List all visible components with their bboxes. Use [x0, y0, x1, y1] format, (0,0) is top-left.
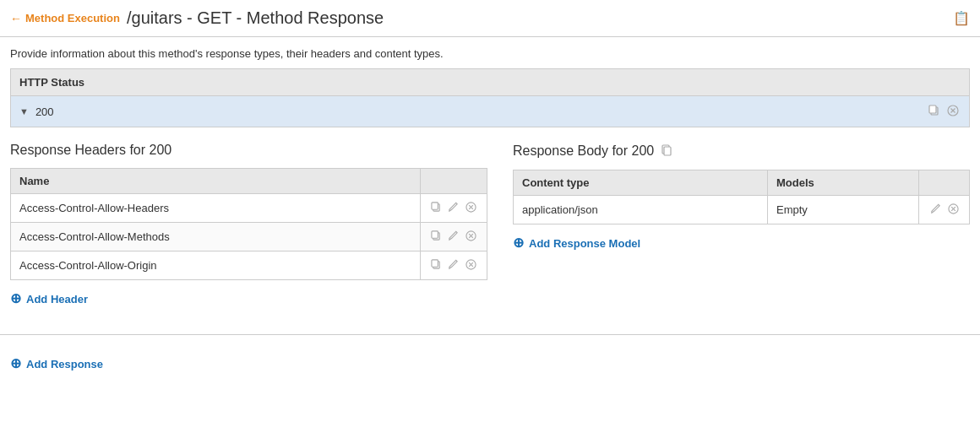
- response-body-doc-button[interactable]: [659, 143, 674, 160]
- add-response-model-link[interactable]: ⊕ Add Response Model: [513, 233, 970, 253]
- svg-rect-21: [664, 147, 671, 155]
- header-2-edit-button[interactable]: [446, 229, 460, 245]
- svg-rect-16: [432, 260, 438, 267]
- doc-icon: 📋: [953, 10, 970, 26]
- add-header-label: Add Header: [26, 293, 88, 306]
- add-response-link[interactable]: ⊕ Add Response: [10, 354, 970, 374]
- header-2-actions: [420, 223, 487, 251]
- header-1-delete-button[interactable]: [464, 200, 478, 216]
- response-body-title-text: Response Body for 200: [513, 143, 654, 159]
- description-text: Provide information about this method's …: [0, 37, 980, 68]
- models-column-header: Models: [767, 170, 918, 196]
- svg-rect-11: [432, 231, 438, 238]
- body-actions-col-header: [919, 170, 970, 196]
- chevron-down-icon: ▼: [19, 106, 29, 116]
- header-name-3: Access-Control-Allow-Origin: [11, 251, 421, 280]
- header-name-1: Access-Control-Allow-Headers: [11, 194, 421, 223]
- add-response-label: Add Response: [26, 358, 103, 370]
- header-1-edit-button[interactable]: [446, 200, 460, 216]
- bottom-bar: ⊕ Add Response: [0, 334, 980, 384]
- header-2-copy-button[interactable]: [429, 229, 444, 245]
- body-1-edit-button[interactable]: [928, 202, 943, 218]
- body-1-delete-button[interactable]: [946, 202, 961, 218]
- page-title: /guitars - GET - Method Response: [127, 8, 953, 28]
- content-type-column-header: Content type: [514, 170, 768, 196]
- status-table-header: HTTP Status: [11, 69, 969, 96]
- add-header-icon: ⊕: [10, 292, 21, 306]
- http-status-header: HTTP Status: [19, 76, 84, 89]
- header-name-2: Access-Control-Allow-Methods: [11, 223, 421, 251]
- response-headers-title-text: Response Headers for 200: [10, 143, 172, 158]
- headers-table: Name Access-Control-Allow-Headers: [10, 168, 487, 280]
- status-row-200: ▼ 200: [11, 96, 969, 127]
- add-model-icon: ⊕: [513, 236, 524, 250]
- body-1-actions: [919, 196, 970, 224]
- svg-rect-6: [432, 203, 438, 209]
- svg-rect-1: [929, 105, 936, 113]
- add-model-label: Add Response Model: [529, 237, 640, 250]
- back-arrow-icon: ←: [10, 12, 22, 25]
- header-3-delete-button[interactable]: [464, 257, 478, 273]
- header-row-1: Access-Control-Allow-Headers: [11, 194, 487, 223]
- response-headers-section: Response Headers for 200 Name Access-Con…: [10, 143, 487, 309]
- header-row-3: Access-Control-Allow-Origin: [11, 251, 487, 280]
- headers-actions-col-header: [420, 169, 487, 194]
- status-row-actions: [927, 103, 961, 120]
- header-1-actions: [420, 194, 487, 223]
- status-delete-button[interactable]: [945, 103, 961, 120]
- body-table: Content type Models application/json Emp…: [513, 170, 970, 224]
- header-2-delete-button[interactable]: [464, 229, 478, 245]
- add-header-link[interactable]: ⊕ Add Header: [10, 289, 487, 309]
- body-content-type-1: application/json: [514, 196, 768, 224]
- header-1-copy-button[interactable]: [429, 200, 444, 216]
- body-model-1: Empty: [767, 196, 918, 224]
- name-column-header: Name: [11, 169, 421, 194]
- back-link[interactable]: ← Method Execution: [10, 12, 120, 25]
- header-3-actions: [420, 251, 487, 280]
- status-code-200: 200: [35, 105, 927, 118]
- response-body-section: Response Body for 200 Content type Model…: [513, 143, 970, 309]
- header-3-copy-button[interactable]: [429, 257, 444, 273]
- two-col-section: Response Headers for 200 Name Access-Con…: [10, 143, 970, 309]
- header-3-edit-button[interactable]: [446, 257, 460, 273]
- status-table: HTTP Status ▼ 200: [10, 68, 970, 127]
- response-body-title: Response Body for 200: [513, 143, 970, 160]
- status-copy-button[interactable]: [927, 103, 942, 120]
- add-response-icon: ⊕: [10, 357, 21, 370]
- back-label: Method Execution: [25, 12, 120, 24]
- response-headers-title: Response Headers for 200: [10, 143, 487, 158]
- header-row-2: Access-Control-Allow-Methods: [11, 223, 487, 251]
- body-row-1: application/json Empty: [514, 196, 970, 224]
- top-bar: ← Method Execution /guitars - GET - Meth…: [0, 0, 980, 37]
